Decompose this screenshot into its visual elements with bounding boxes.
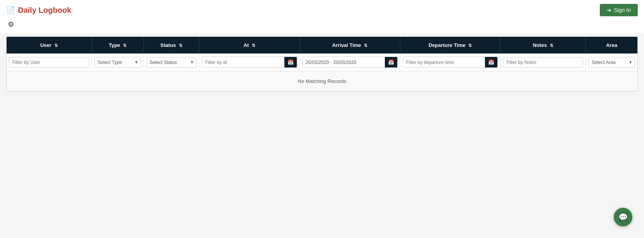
filter-cell-notes — [500, 53, 586, 71]
col-notes[interactable]: Notes ⇅ — [500, 37, 586, 53]
col-user[interactable]: User ⇅ — [7, 37, 92, 53]
filter-arrival-calendar-button[interactable]: 📅 — [385, 57, 397, 67]
filter-row: Select Type Type A Type B ▼ Select Statu — [7, 53, 637, 71]
sort-icon-at: ⇅ — [252, 43, 255, 48]
header-left: 📄 Daily Logbook — [6, 6, 71, 15]
no-records-cell: No Matching Records — [7, 71, 637, 91]
sort-icon-notes: ⇅ — [550, 43, 553, 48]
filter-at-input[interactable] — [202, 57, 284, 67]
filter-status-select[interactable]: Select Status Active Inactive — [147, 57, 196, 67]
col-type[interactable]: Type ⇅ — [92, 37, 144, 53]
filter-type-wrapper: Select Type Type A Type B ▼ — [94, 57, 141, 68]
filter-status-wrapper: Select Status Active Inactive ▼ — [146, 57, 197, 68]
col-area[interactable]: Area — [586, 37, 637, 53]
filter-notes-input[interactable] — [503, 57, 583, 68]
filter-user-input[interactable] — [9, 57, 89, 68]
filter-cell-departure: 📅 — [400, 53, 500, 71]
filter-cell-user — [7, 53, 92, 71]
sort-icon-type: ⇅ — [123, 43, 126, 48]
logbook-table: User ⇅ Type ⇅ Status ⇅ At — [7, 37, 637, 91]
filter-at-field: 📅 — [202, 57, 297, 68]
chat-icon: 💬 — [618, 212, 628, 222]
sign-in-button[interactable]: ➔ Sign In — [600, 4, 638, 16]
filter-area-wrapper: Select Area Area 1 Area 2 ▼ — [588, 57, 635, 68]
filter-departure-calendar-button[interactable]: 📅 — [485, 57, 497, 67]
filter-cell-type: Select Type Type A Type B ▼ — [92, 53, 144, 71]
filter-departure-field: 📅 — [403, 57, 498, 68]
sort-icon-status: ⇅ — [179, 43, 182, 48]
col-at[interactable]: At ⇅ — [199, 37, 299, 53]
col-status[interactable]: Status ⇅ — [144, 37, 199, 53]
sort-icon-departure: ⇅ — [468, 43, 472, 48]
filter-arrival-field: 📅 — [302, 57, 398, 68]
chat-button[interactable]: 💬 — [614, 208, 632, 226]
settings-gear-button[interactable]: ⚙ — [6, 19, 16, 30]
col-departure-time[interactable]: Departure Time ⇅ — [400, 37, 500, 53]
sign-in-arrow-icon: ➔ — [607, 7, 611, 13]
table-header-row: User ⇅ Type ⇅ Status ⇅ At — [7, 37, 637, 53]
sort-icon-user: ⇅ — [54, 43, 58, 48]
gear-icon: ⚙ — [8, 21, 14, 28]
logbook-table-container: User ⇅ Type ⇅ Status ⇅ At — [6, 36, 638, 91]
filter-cell-arrival: 📅 — [299, 53, 400, 71]
filter-at-calendar-button[interactable]: 📅 — [284, 57, 297, 67]
filter-cell-area: Select Area Area 1 Area 2 ▼ — [586, 53, 637, 71]
doc-icon: 📄 — [6, 6, 15, 14]
app-title: Daily Logbook — [18, 6, 71, 15]
no-records-row: No Matching Records — [7, 71, 637, 91]
filter-departure-input[interactable] — [403, 57, 485, 67]
sort-icon-arrival: ⇅ — [364, 43, 367, 48]
col-arrival-time[interactable]: Arrival Time ⇅ — [299, 37, 400, 53]
filter-type-select[interactable]: Select Type Type A Type B — [95, 57, 141, 67]
filter-area-select[interactable]: Select Area Area 1 Area 2 — [589, 57, 635, 67]
filter-cell-status: Select Status Active Inactive ▼ — [144, 53, 199, 71]
filter-arrival-input[interactable] — [303, 57, 385, 67]
filter-cell-at: 📅 — [199, 53, 299, 71]
